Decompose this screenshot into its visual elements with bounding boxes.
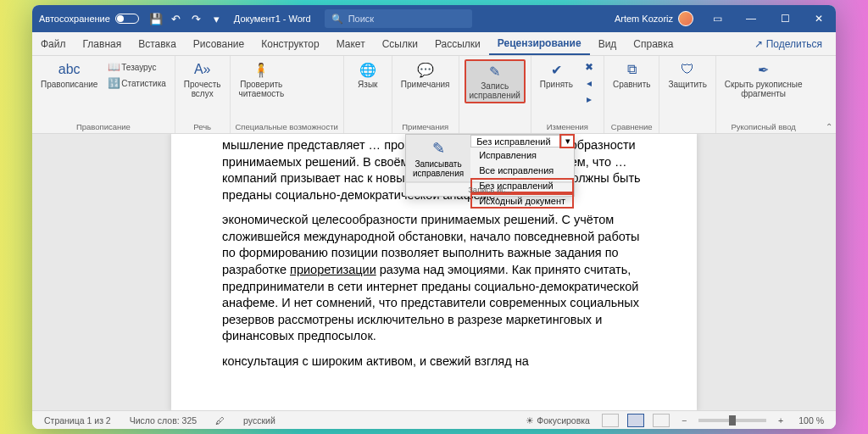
read-mode-button[interactable] xyxy=(602,414,619,427)
tracking-dropdown-panel: ✎ Записывать исправления Без исправлений… xyxy=(405,134,575,197)
tab-references[interactable]: Ссылки xyxy=(374,32,426,55)
search-icon: 🔍 xyxy=(331,14,343,25)
web-layout-button[interactable] xyxy=(653,414,670,427)
compare-button[interactable]: ⧉Сравнить xyxy=(609,59,654,91)
protect-button[interactable]: 🛡Защитить xyxy=(665,59,709,91)
collapse-ribbon-icon[interactable]: ⌃ xyxy=(826,122,832,131)
redo-icon[interactable]: ↷ xyxy=(186,8,207,29)
comments-button[interactable]: 💬Примечания xyxy=(398,59,453,91)
autosave-control[interactable]: Автосохранение xyxy=(32,14,146,24)
tab-layout[interactable]: Макет xyxy=(328,32,374,55)
status-bar: Страница 1 из 2 Число слов: 325 🖊 русски… xyxy=(32,410,836,429)
track-changes-icon: ✎ xyxy=(432,139,445,158)
zoom-level[interactable]: 100 % xyxy=(795,414,827,427)
group-comments: 💬Примечания Примечания xyxy=(392,56,459,133)
ribbon: abc Правописание 📖Тезаурус 🔢Статистика П… xyxy=(32,56,836,134)
select-value: Без исправлений xyxy=(471,136,561,147)
hyperlink[interactable]: приоретизации xyxy=(290,263,376,276)
tab-file[interactable]: Файл xyxy=(32,32,75,55)
accessibility-icon: 🧍 xyxy=(253,61,270,78)
tab-home[interactable]: Главная xyxy=(75,32,131,55)
protect-icon: 🛡 xyxy=(679,61,696,78)
search-box[interactable]: 🔍 xyxy=(325,9,472,28)
share-label: Поделиться xyxy=(766,38,822,50)
document-title: Документ1 - Word xyxy=(227,14,318,24)
word-count[interactable]: Число слов: 325 xyxy=(126,414,200,427)
tab-design[interactable]: Конструктор xyxy=(253,32,327,55)
maximize-button[interactable]: ☐ xyxy=(768,5,802,32)
compare-icon: ⧉ xyxy=(623,61,640,78)
prev-icon: ◂ xyxy=(583,77,595,89)
tab-view[interactable]: Вид xyxy=(590,32,626,55)
tab-mailings[interactable]: Рассылки xyxy=(426,32,489,55)
group-compare: ⧉Сравнить Сравнение xyxy=(604,56,660,133)
track-changes-split-button[interactable]: ✎ Записывать исправления xyxy=(406,135,470,181)
reject-button[interactable]: ✖ xyxy=(580,59,598,75)
ribbon-options-icon[interactable]: ▭ xyxy=(700,5,734,32)
accept-button[interactable]: ✔Принять xyxy=(537,59,576,91)
option-original[interactable]: Исходный документ xyxy=(470,193,574,209)
track-changes-button[interactable]: ✎Запись исправлений xyxy=(465,59,526,103)
group-language: 🌐Язык xyxy=(344,56,392,133)
zoom-slider[interactable] xyxy=(698,419,766,422)
option-simple-markup[interactable]: Исправления xyxy=(470,147,574,163)
track-changes-icon: ✎ xyxy=(487,63,504,80)
print-layout-button[interactable] xyxy=(627,414,644,427)
ink-icon: ✒ xyxy=(755,61,772,78)
statistics-button[interactable]: 🔢Статистика xyxy=(104,75,170,91)
comments-icon: 💬 xyxy=(417,61,434,78)
paragraph: консультация с широким активом, и свежий… xyxy=(222,353,646,370)
focus-mode-button[interactable]: ☀ Фокусировка xyxy=(522,414,593,427)
title-bar: Автосохранение 💾 ↶ ↷ ▾ Документ1 - Word … xyxy=(32,5,836,32)
share-button[interactable]: ↗ Поделиться xyxy=(748,32,829,55)
prev-change-button[interactable]: ◂ xyxy=(580,75,598,91)
display-for-review-select[interactable]: Без исправлений ▾ xyxy=(470,135,574,147)
ribbon-tabs: Файл Главная Вставка Рисование Конструкт… xyxy=(32,32,836,56)
language-icon: 🌐 xyxy=(359,61,376,78)
thesaurus-button[interactable]: 📖Тезаурус xyxy=(104,59,170,75)
autosave-toggle[interactable] xyxy=(115,14,139,24)
group-ink: ✒Скрыть рукописные фрагменты Рукописный … xyxy=(716,56,811,133)
minimize-button[interactable]: — xyxy=(734,5,768,32)
group-speech: A»Прочесть вслух Речь xyxy=(175,56,231,133)
next-change-button[interactable]: ▸ xyxy=(580,92,598,107)
language-indicator[interactable]: русский xyxy=(240,414,279,427)
undo-icon[interactable]: ↶ xyxy=(166,8,186,29)
group-protect: 🛡Защитить xyxy=(659,56,715,133)
tab-insert[interactable]: Вставка xyxy=(130,32,185,55)
next-icon: ▸ xyxy=(583,93,595,105)
user-account[interactable]: Artem Kozoriz xyxy=(608,11,700,26)
group-changes: ✔Принять ✖ ◂ ▸ Изменения xyxy=(531,56,604,133)
document-area[interactable]: мышление представляет … проверки экономи… xyxy=(32,134,836,410)
page-indicator[interactable]: Страница 1 из 2 xyxy=(41,414,114,427)
user-name: Artem Kozoriz xyxy=(615,14,673,24)
spelling-button[interactable]: abc Правописание xyxy=(37,59,101,91)
read-aloud-icon: A» xyxy=(194,61,211,78)
avatar xyxy=(678,11,693,26)
reject-icon: ✖ xyxy=(583,61,595,73)
read-aloud-button[interactable]: A»Прочесть вслух xyxy=(181,59,225,100)
tab-help[interactable]: Справка xyxy=(625,32,682,55)
language-button[interactable]: 🌐Язык xyxy=(349,59,387,91)
hide-ink-button[interactable]: ✒Скрыть рукописные фрагменты xyxy=(721,59,806,100)
paragraph: экономической целесообразности принимаем… xyxy=(222,212,646,345)
group-spelling: abc Правописание 📖Тезаурус 🔢Статистика П… xyxy=(32,56,175,133)
accept-icon: ✔ xyxy=(548,61,565,78)
group-accessibility: 🧍Проверить читаемость Специальные возмож… xyxy=(231,56,344,133)
qat-dropdown-icon[interactable]: ▾ xyxy=(207,8,227,29)
search-input[interactable] xyxy=(348,14,465,24)
close-button[interactable]: ✕ xyxy=(802,5,836,32)
group-tracking: ✎Запись исправлений xyxy=(459,56,531,133)
chevron-down-icon[interactable]: ▾ xyxy=(561,136,573,147)
tab-review[interactable]: Рецензирование xyxy=(489,32,590,55)
display-options-list: Исправления Все исправления Без исправле… xyxy=(470,147,574,209)
save-icon[interactable]: 💾 xyxy=(146,8,166,29)
tab-draw[interactable]: Рисование xyxy=(185,32,253,55)
zoom-out-button[interactable]: − xyxy=(678,414,690,427)
app-window: Автосохранение 💾 ↶ ↷ ▾ Документ1 - Word … xyxy=(32,5,836,429)
zoom-in-button[interactable]: + xyxy=(775,414,787,427)
autosave-label: Автосохранение xyxy=(39,14,110,24)
proofing-icon[interactable]: 🖊 xyxy=(212,414,228,427)
option-all-markup[interactable]: Все исправления xyxy=(470,163,574,178)
check-accessibility-button[interactable]: 🧍Проверить читаемость xyxy=(236,59,288,100)
